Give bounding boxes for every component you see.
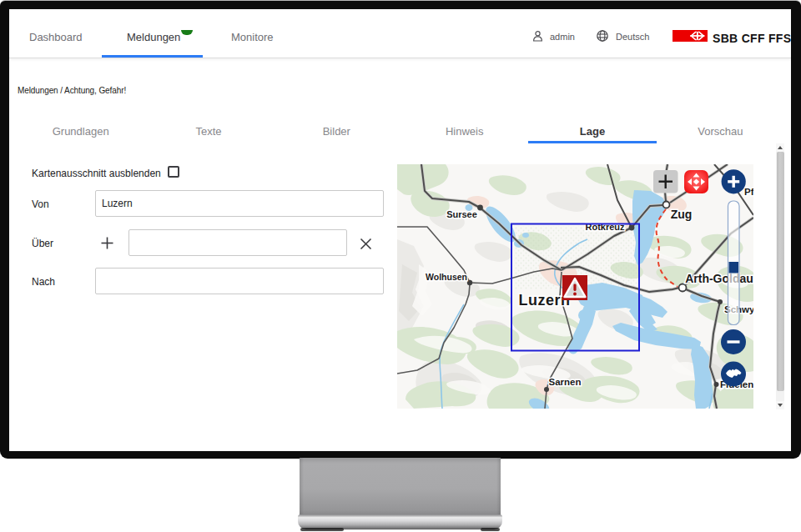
svg-text:Wolhusen: Wolhusen: [426, 272, 467, 282]
svg-text:Sarnen: Sarnen: [549, 377, 582, 387]
svg-text:Zug: Zug: [671, 208, 693, 221]
svg-text:Pf: Pf: [744, 187, 753, 197]
svg-text:Sursee: Sursee: [446, 209, 477, 219]
svg-text:Arth-Goldau: Arth-Goldau: [685, 272, 753, 285]
